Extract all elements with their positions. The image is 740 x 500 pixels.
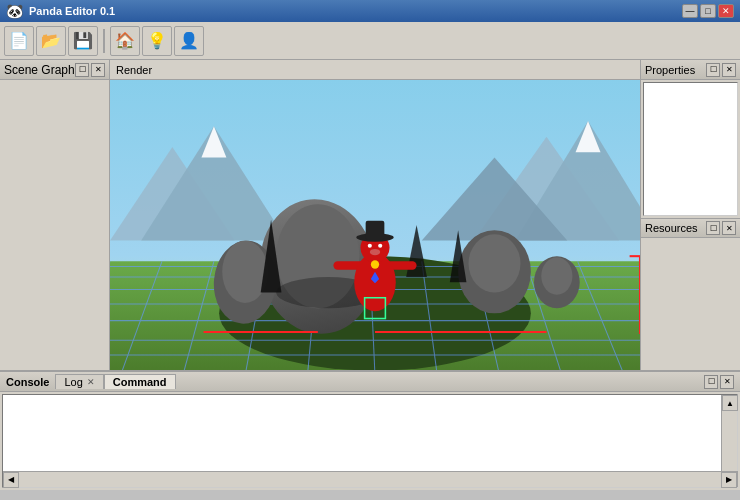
scene-svg [110,80,640,370]
scroll-right-button[interactable]: ▶ [721,472,737,488]
scene-graph-header: Scene Graph ☐ ✕ [0,60,109,80]
scroll-track [722,411,737,471]
scroll-up-button[interactable]: ▲ [722,395,738,411]
resources-controls: ☐ ✕ [706,221,736,235]
console-content[interactable]: ▲ ▼ ◀ ▶ [2,394,738,488]
toolbar-separator-1 [103,29,105,53]
console-controls: ☐ ✕ [704,375,734,389]
resources-content [641,238,740,370]
open-button[interactable]: 📂 [36,26,66,56]
console-title: Console [6,376,49,388]
main-area: Scene Graph ☐ ✕ Render [0,60,740,370]
properties-title: Properties [645,64,695,76]
render-title: Render [116,64,152,76]
svg-point-35 [469,234,521,292]
home-button[interactable]: 🏠 [110,26,140,56]
scene-graph-controls: ☐ ✕ [75,63,105,77]
window-controls: — □ ✕ [682,4,734,18]
scene-graph-close-button[interactable]: ✕ [91,63,105,77]
resources-close-button[interactable]: ✕ [722,221,736,235]
console-tabs: Console Log ✕ Command [6,374,176,389]
svg-point-37 [541,257,572,294]
scene-graph-restore-button[interactable]: ☐ [75,63,89,77]
minimize-button[interactable]: — [682,4,698,18]
save-button[interactable]: 💾 [68,26,98,56]
scene-graph-content [0,80,109,370]
svg-point-48 [378,244,382,248]
svg-point-51 [371,260,379,268]
svg-point-49 [370,249,380,255]
toolbar: 📄 📂 💾 🏠 💡 👤 [0,22,740,60]
maximize-button[interactable]: □ [700,4,716,18]
title-bar: 🐼 Panda Editor 0.1 — □ ✕ [0,0,740,22]
scroll-left-button[interactable]: ◀ [3,472,19,488]
console-hscroll: ◀ ▶ [3,471,737,487]
resources-title: Resources [645,222,698,234]
app-icon: 🐼 [6,3,23,19]
properties-header: Properties ☐ ✕ [641,60,740,80]
resources-header: Resources ☐ ✕ [641,218,740,238]
properties-close-button[interactable]: ✕ [722,63,736,77]
scene-graph-panel: Scene Graph ☐ ✕ [0,60,110,370]
svg-point-33 [222,241,268,303]
resources-restore-button[interactable]: ☐ [706,221,720,235]
console-panel: Console Log ✕ Command ☐ ✕ ▲ ▼ ◀ ▶ [0,370,740,490]
close-button[interactable]: ✕ [718,4,734,18]
console-header: Console Log ✕ Command ☐ ✕ [0,372,740,392]
render-header: Render [110,60,640,80]
character-button[interactable]: 👤 [174,26,204,56]
svg-point-47 [368,244,372,248]
tab-log-label: Log [64,376,82,388]
tab-log[interactable]: Log ✕ [55,374,103,389]
window-title: Panda Editor 0.1 [29,5,115,17]
console-close-button[interactable]: ✕ [720,375,734,389]
tab-command[interactable]: Command [104,374,176,389]
tab-log-close[interactable]: ✕ [87,377,95,387]
tab-command-label: Command [113,376,167,388]
properties-content [643,82,738,216]
properties-restore-button[interactable]: ☐ [706,63,720,77]
light-button[interactable]: 💡 [142,26,172,56]
render-panel: Render [110,60,640,370]
scene-graph-title: Scene Graph [4,63,75,77]
render-viewport[interactable] [110,80,640,370]
svg-rect-46 [366,221,385,240]
properties-panel: Properties ☐ ✕ Resources ☐ ✕ [640,60,740,370]
console-restore-button[interactable]: ☐ [704,375,718,389]
properties-controls: ☐ ✕ [706,63,736,77]
new-button[interactable]: 📄 [4,26,34,56]
